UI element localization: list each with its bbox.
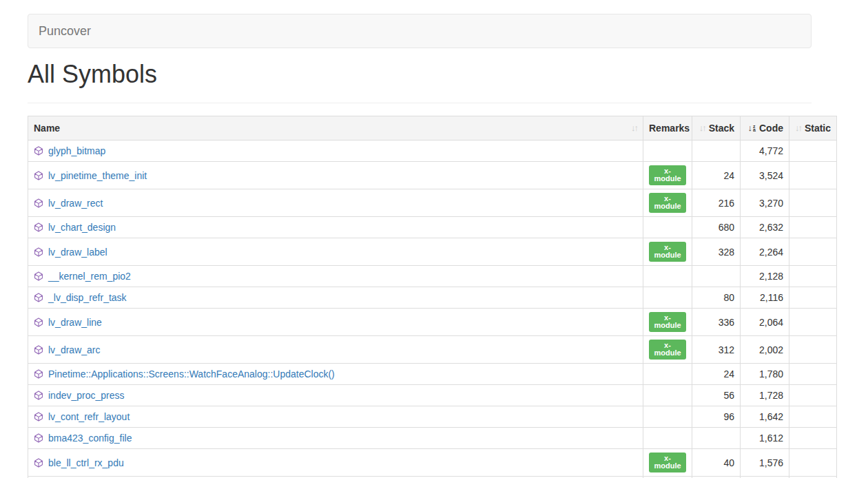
static-cell [789, 309, 837, 336]
x-module-badge: x-module [649, 340, 686, 360]
remarks-cell: x-module [643, 309, 692, 336]
sort-desc-icon: ↓za [748, 121, 756, 135]
static-cell [789, 385, 837, 406]
symbol-link[interactable]: lv_cont_refr_layout [48, 410, 130, 424]
code-cell: 2,002 [741, 336, 789, 364]
table-row: _lv_disp_refr_task 80 2,116 [28, 287, 837, 309]
code-cell: 2,264 [741, 238, 789, 266]
heading-divider [28, 103, 812, 103]
symbol-link[interactable]: _lv_disp_refr_task [48, 291, 127, 304]
remarks-cell [643, 141, 692, 162]
cube-icon [34, 222, 43, 232]
remarks-cell: x-module [643, 162, 692, 189]
name-cell: lv_chart_design [28, 217, 643, 238]
table-row: glyph_bitmap 4,772 [28, 141, 837, 162]
table-row: lv_draw_line x-module 336 2,064 [28, 309, 837, 336]
remarks-cell: x-module [643, 238, 692, 266]
static-cell [789, 217, 837, 238]
stack-cell: 56 [692, 385, 741, 406]
static-cell [789, 189, 837, 217]
cube-icon [34, 271, 43, 281]
page-container: Puncover All Symbols Name ↓↑ Remarks [0, 0, 868, 478]
name-cell: lv_pinetime_theme_init [28, 162, 643, 189]
table-row: lv_chart_design 680 2,632 [28, 217, 837, 238]
symbols-table: Name ↓↑ Remarks ↓↑ Stack ↓za Cod [28, 116, 837, 478]
symbol-link[interactable]: bma423_config_file [48, 431, 132, 445]
symbol-link[interactable]: lv_draw_rect [48, 196, 103, 210]
symbol-link[interactable]: lv_pinetime_theme_init [48, 169, 147, 183]
symbol-link[interactable]: lv_chart_design [48, 220, 116, 234]
remarks-cell [643, 385, 692, 406]
symbol-link[interactable]: __kernel_rem_pio2 [48, 269, 131, 283]
remarks-cell [643, 406, 692, 428]
symbol-link[interactable]: Pinetime::Applications::Screens::WatchFa… [48, 367, 335, 381]
static-cell [789, 406, 837, 428]
symbol-link[interactable]: glyph_bitmap [48, 144, 105, 158]
sort-unsorted-icon: ↓↑ [631, 121, 637, 135]
stack-cell: 40 [692, 449, 741, 477]
x-module-badge: x-module [649, 312, 686, 332]
column-header-static[interactable]: ↓↑ Static [789, 116, 837, 141]
symbol-link[interactable]: lv_draw_arc [48, 343, 100, 357]
table-row: lv_cont_refr_layout 96 1,642 [28, 406, 837, 428]
column-label-name: Name [34, 121, 60, 135]
remarks-cell: x-module [643, 449, 692, 477]
name-cell: lv_draw_line [28, 309, 643, 336]
code-cell: 1,576 [741, 449, 789, 477]
cube-icon [34, 171, 43, 180]
stack-cell: 680 [692, 217, 741, 238]
table-row: bma423_config_file 1,612 [28, 428, 837, 449]
code-cell: 4,772 [741, 141, 789, 162]
static-cell [789, 364, 837, 385]
code-cell: 1,780 [741, 364, 789, 385]
static-cell [789, 336, 837, 364]
name-cell: __kernel_rem_pio2 [28, 266, 643, 287]
remarks-cell: x-module [643, 189, 692, 217]
stack-cell: 328 [692, 238, 741, 266]
remarks-cell [643, 287, 692, 309]
cube-icon [34, 458, 43, 468]
x-module-badge: x-module [649, 193, 686, 213]
code-cell: 3,524 [741, 162, 789, 189]
code-cell: 2,116 [741, 287, 789, 309]
cube-icon [34, 412, 43, 422]
cube-icon [34, 293, 43, 302]
cube-icon [34, 391, 43, 400]
cube-icon [34, 369, 43, 379]
symbol-link[interactable]: ble_ll_ctrl_rx_pdu [48, 456, 124, 470]
symbol-link[interactable]: lv_draw_line [48, 315, 102, 329]
cube-icon [34, 433, 43, 443]
code-cell: 2,128 [741, 266, 789, 287]
remarks-cell: x-module [643, 336, 692, 364]
stack-cell: 312 [692, 336, 741, 364]
column-header-name[interactable]: Name ↓↑ [28, 116, 643, 141]
table-row: ble_ll_ctrl_rx_pdu x-module 40 1,576 [28, 449, 837, 477]
column-label-remarks: Remarks [649, 123, 690, 134]
table-row: lv_draw_label x-module 328 2,264 [28, 238, 837, 266]
cube-icon [34, 318, 43, 327]
name-cell: lv_draw_arc [28, 336, 643, 364]
cube-icon [34, 146, 43, 156]
symbol-link[interactable]: indev_proc_press [48, 388, 125, 402]
table-row: lv_draw_arc x-module 312 2,002 [28, 336, 837, 364]
static-cell [789, 162, 837, 189]
name-cell: _lv_disp_refr_task [28, 287, 643, 309]
navbar: Puncover [28, 14, 812, 48]
column-header-code[interactable]: ↓za Code [741, 116, 789, 141]
column-header-stack[interactable]: ↓↑ Stack [692, 116, 741, 141]
stack-cell: 24 [692, 364, 741, 385]
stack-cell [692, 428, 741, 449]
navbar-brand-link[interactable]: Puncover [39, 14, 91, 48]
code-cell: 1,728 [741, 385, 789, 406]
name-cell: lv_draw_rect [28, 189, 643, 217]
symbol-link[interactable]: lv_draw_label [48, 245, 107, 259]
stack-cell: 216 [692, 189, 741, 217]
table-row: Pinetime::Applications::Screens::WatchFa… [28, 364, 837, 385]
static-cell [789, 449, 837, 477]
stack-cell [692, 266, 741, 287]
column-header-remarks: Remarks [643, 116, 692, 141]
static-cell [789, 428, 837, 449]
stack-cell: 24 [692, 162, 741, 189]
code-cell: 3,270 [741, 189, 789, 217]
name-cell: lv_cont_refr_layout [28, 406, 643, 428]
